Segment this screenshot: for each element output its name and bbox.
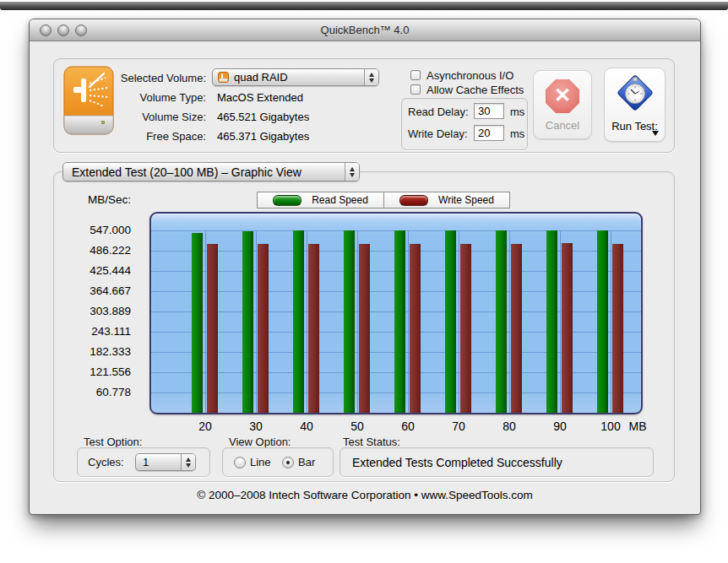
cycles-value: 1 — [143, 456, 149, 468]
read-speed-bar — [344, 230, 355, 413]
x-tick-label: 100 — [594, 420, 627, 433]
y-tick-label: 60.778 — [63, 386, 131, 398]
stop-icon: ✕ — [546, 79, 579, 113]
free-space-label: Free Space: — [118, 130, 206, 143]
read-delay-label: Read Delay: — [408, 106, 469, 118]
write-delay-label: Write Delay: — [408, 127, 468, 140]
cycles-select[interactable]: 1 — [135, 453, 196, 471]
legend-item-write: Write Speed — [383, 192, 509, 208]
popup-arrows-icon — [364, 69, 378, 85]
volume-drive-icon — [62, 65, 116, 143]
async-io-label: Asynchronous I/O — [426, 69, 513, 82]
volume-type-label: Volume Type: — [118, 91, 206, 104]
x-tick-label: 50 — [340, 420, 374, 433]
radio-line[interactable] — [234, 457, 246, 468]
mini-drive-icon — [218, 72, 229, 83]
radio-bar[interactable] — [282, 457, 294, 468]
test-status-label: Test Status: — [343, 436, 400, 448]
write-speed-bar — [308, 244, 319, 413]
y-tick-label: 243.111 — [63, 325, 131, 338]
read-delay-input[interactable] — [474, 103, 504, 119]
popup-arrows-icon — [345, 163, 359, 181]
test-option-box: Cycles: 1 — [77, 447, 210, 477]
write-speed-bar — [612, 244, 623, 413]
copyright-footer: © 2000–2008 Intech Software Corporation … — [30, 489, 700, 501]
x-axis-labels: MB 2030405060708090100 — [151, 420, 692, 435]
x-tick-label: 80 — [492, 420, 526, 433]
selected-volume-value: quad RAID — [234, 71, 288, 84]
cancel-button[interactable]: ✕ Cancel — [533, 70, 592, 139]
chart-legend: Read Speed Write Speed — [257, 192, 510, 208]
view-option-label: View Option: — [229, 436, 291, 448]
view-option-box: Line Bar — [222, 447, 334, 477]
run-test-button[interactable]: Run Test: — [604, 68, 666, 142]
y-tick-label: 425.444 — [63, 264, 131, 277]
write-speed-bar — [410, 244, 421, 413]
test-status-value: Extended Tests Completed Successfully — [352, 456, 562, 469]
speed-chart — [149, 212, 643, 414]
x-tick-label: 70 — [442, 420, 475, 433]
volume-type-value: MacOS Extended — [217, 91, 303, 104]
volume-size-value: 465.521 Gigabytes — [217, 111, 309, 123]
cache-effects-label: Allow Cache Effects — [426, 84, 524, 96]
write-delay-ms-label: ms — [510, 127, 524, 140]
legend-item-read: Read Speed — [258, 192, 383, 208]
volume-size-label: Volume Size: — [118, 111, 206, 123]
write-speed-bar — [562, 243, 573, 413]
x-tick-label: 60 — [391, 420, 425, 433]
write-speed-bar — [460, 244, 471, 413]
write-speed-swatch — [399, 195, 428, 206]
read-speed-bar — [546, 230, 557, 413]
write-delay-input[interactable] — [474, 125, 504, 141]
x-tick-label: 40 — [290, 420, 323, 433]
y-tick-label: 364.667 — [63, 284, 131, 297]
y-axis-labels: 547.000486.222425.444364.667303.889243.1… — [63, 214, 131, 413]
background-window-edge — [0, 2, 728, 10]
test-mode-value: Extended Test (20–100 MB) – Graphic View — [72, 165, 302, 179]
cycles-label: Cycles: — [88, 456, 124, 468]
read-delay-ms-label: ms — [510, 106, 524, 118]
stopwatch-icon — [614, 72, 656, 114]
read-speed-bar — [192, 233, 203, 413]
selected-volume-select[interactable]: quad RAID — [212, 68, 379, 86]
read-speed-swatch — [273, 195, 302, 206]
cache-effects-checkbox[interactable] — [410, 84, 421, 95]
test-status-box: Extended Tests Completed Successfully — [340, 447, 654, 477]
free-space-value: 465.371 Gigabytes — [217, 130, 309, 143]
x-tick-label: 20 — [188, 420, 222, 433]
selected-volume-label: Selected Volume: — [118, 72, 206, 84]
y-tick-label: 547.000 — [63, 224, 131, 236]
y-tick-label: 303.889 — [63, 305, 131, 317]
x-tick-label: 90 — [543, 420, 577, 433]
legend-write-label: Write Speed — [438, 194, 494, 206]
quickbench-window: QuickBench™ 4.0 — [29, 19, 701, 515]
async-io-checkbox[interactable] — [410, 70, 421, 80]
write-speed-bar — [258, 244, 269, 413]
radio-bar-label: Bar — [298, 456, 315, 468]
read-speed-bar — [293, 230, 304, 413]
cancel-button-label: Cancel — [534, 119, 591, 132]
popup-arrows-icon — [181, 454, 195, 470]
run-test-menu-arrow-icon — [652, 131, 659, 136]
y-tick-label: 486.222 — [63, 244, 131, 257]
desktop-background: QuickBench™ 4.0 — [0, 0, 728, 563]
y-tick-label: 121.556 — [63, 365, 131, 378]
write-speed-bar — [359, 244, 370, 413]
test-option-label: Test Option: — [84, 436, 142, 448]
test-mode-select[interactable]: Extended Test (20–100 MB) – Graphic View — [62, 162, 360, 181]
x-tick-label: 30 — [239, 420, 273, 433]
y-tick-label: 182.333 — [63, 345, 131, 358]
window-title: QuickBench™ 4.0 — [30, 24, 700, 36]
write-speed-bar — [511, 244, 522, 413]
write-speed-bar — [207, 244, 218, 413]
read-speed-bar — [394, 230, 405, 413]
read-speed-bar — [496, 230, 507, 413]
legend-read-label: Read Speed — [312, 194, 368, 206]
chart-plot — [151, 214, 641, 413]
title-bar[interactable]: QuickBench™ 4.0 — [30, 19, 700, 41]
read-speed-bar — [445, 230, 456, 413]
read-speed-bar — [242, 231, 253, 413]
y-axis-title: MB/Sec: — [63, 193, 131, 206]
read-speed-bar — [597, 230, 608, 413]
radio-line-label: Line — [250, 456, 271, 468]
